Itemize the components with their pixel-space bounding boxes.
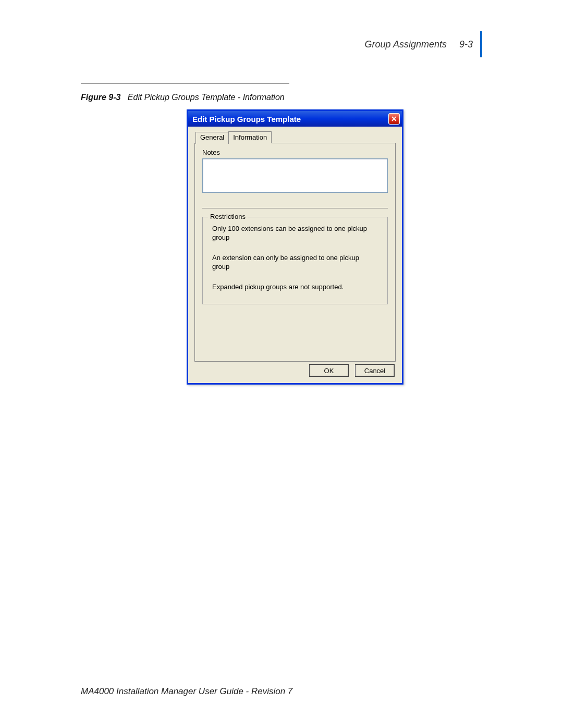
- dialog-titlebar[interactable]: Edit Pickup Groups Template ✕: [188, 111, 402, 127]
- notes-input[interactable]: [202, 158, 388, 193]
- restriction-item: An extension can only be assigned to one…: [212, 254, 378, 272]
- notes-label: Notes: [202, 149, 388, 156]
- figure-caption-body: Edit Pickup Groups Template - Informatio…: [128, 93, 285, 102]
- page-header: Group Assignments 9-3: [365, 31, 482, 57]
- ok-button[interactable]: OK: [309, 364, 349, 377]
- tab-information[interactable]: Information: [228, 131, 272, 143]
- close-icon: ✕: [391, 115, 397, 123]
- figure-caption: Figure 9-3 Edit Pickup Groups Template -…: [81, 93, 285, 102]
- page-footer: MA4000 Installation Manager User Guide -…: [81, 686, 292, 697]
- restrictions-group: Restrictions Only 100 extensions can be …: [202, 217, 388, 304]
- figure-label: Figure 9-3: [81, 93, 120, 102]
- header-section-title: Group Assignments: [365, 39, 447, 50]
- header-accent-bar: [480, 31, 482, 57]
- dialog-window: Edit Pickup Groups Template ✕ General In…: [187, 109, 403, 385]
- tab-strip: General Information: [195, 131, 396, 143]
- close-button[interactable]: ✕: [388, 113, 400, 125]
- cancel-button[interactable]: Cancel: [355, 364, 395, 377]
- restrictions-legend: Restrictions: [208, 213, 248, 220]
- restriction-item: Expanded pickup groups are not supported…: [212, 283, 378, 292]
- panel-divider: [202, 208, 388, 208]
- figure-caption-text: [123, 93, 128, 102]
- header-page-number: 9-3: [459, 39, 473, 50]
- dialog-title: Edit Pickup Groups Template: [192, 115, 301, 124]
- tab-panel-information: Notes Restrictions Only 100 extensions c…: [194, 143, 396, 362]
- figure-divider: [81, 83, 289, 84]
- tab-general[interactable]: General: [195, 132, 229, 144]
- restriction-item: Only 100 extensions can be assigned to o…: [212, 225, 378, 242]
- dialog-button-row: OK Cancel: [309, 364, 395, 377]
- dialog-body: General Information Notes Restrictions O…: [188, 127, 402, 383]
